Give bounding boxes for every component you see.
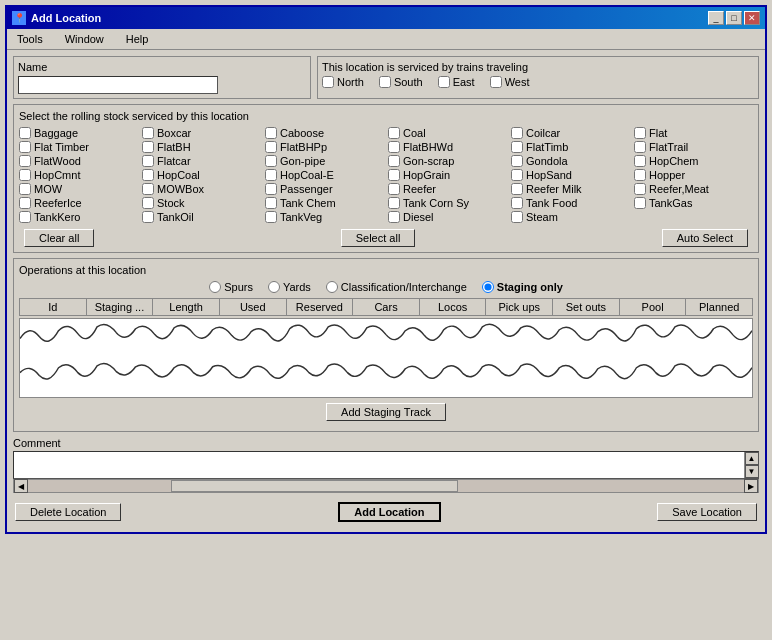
rs-checkbox-27[interactable] — [388, 183, 400, 195]
rs-checkbox-22[interactable] — [511, 169, 523, 181]
menu-tools[interactable]: Tools — [11, 31, 49, 47]
rs-item-flatcar[interactable]: Flatcar — [142, 155, 261, 167]
rs-checkbox-24[interactable] — [19, 183, 31, 195]
classification-radio[interactable] — [326, 281, 338, 293]
rs-item-steam[interactable]: Steam — [511, 211, 630, 223]
rs-checkbox-34[interactable] — [511, 197, 523, 209]
rs-item-flatbhwd[interactable]: FlatBHWd — [388, 141, 507, 153]
clear-all-button[interactable]: Clear all — [24, 229, 94, 247]
rs-item-tankgas[interactable]: TankGas — [634, 197, 753, 209]
rs-checkbox-25[interactable] — [142, 183, 154, 195]
rs-checkbox-31[interactable] — [142, 197, 154, 209]
rs-checkbox-4[interactable] — [511, 127, 523, 139]
rs-item-diesel[interactable]: Diesel — [388, 211, 507, 223]
save-location-button[interactable]: Save Location — [657, 503, 757, 521]
direction-north[interactable]: North — [322, 76, 364, 88]
east-checkbox[interactable] — [438, 76, 450, 88]
h-scroll-thumb[interactable] — [171, 480, 457, 492]
direction-south[interactable]: South — [379, 76, 423, 88]
rs-checkbox-12[interactable] — [19, 155, 31, 167]
rs-item-hopper[interactable]: Hopper — [634, 169, 753, 181]
scroll-left-arrow[interactable]: ◀ — [14, 479, 28, 493]
menu-help[interactable]: Help — [120, 31, 155, 47]
rs-checkbox-20[interactable] — [265, 169, 277, 181]
rs-checkbox-26[interactable] — [265, 183, 277, 195]
rs-checkbox-17[interactable] — [634, 155, 646, 167]
rs-item-hopgrain[interactable]: HopGrain — [388, 169, 507, 181]
rs-item-tankoil[interactable]: TankOil — [142, 211, 261, 223]
delete-location-button[interactable]: Delete Location — [15, 503, 121, 521]
select-all-button[interactable]: Select all — [341, 229, 416, 247]
scroll-up-arrow[interactable]: ▲ — [745, 452, 759, 465]
auto-select-button[interactable]: Auto Select — [662, 229, 748, 247]
rs-item-flattimb[interactable]: FlatTimb — [511, 141, 630, 153]
comment-textarea[interactable] — [14, 452, 744, 478]
rs-checkbox-11[interactable] — [634, 141, 646, 153]
rs-item-boxcar[interactable]: Boxcar — [142, 127, 261, 139]
rs-checkbox-10[interactable] — [511, 141, 523, 153]
rs-item-passenger[interactable]: Passenger — [265, 183, 384, 195]
rs-item-hopcoal[interactable]: HopCoal — [142, 169, 261, 181]
rs-item-flattrail[interactable]: FlatTrail — [634, 141, 753, 153]
rs-checkbox-40[interactable] — [511, 211, 523, 223]
rs-item-flat[interactable]: Flat — [634, 127, 753, 139]
add-location-button[interactable]: Add Location — [338, 502, 440, 522]
rs-item-tank-corn-sy[interactable]: Tank Corn Sy — [388, 197, 507, 209]
rs-checkbox-2[interactable] — [265, 127, 277, 139]
rs-checkbox-37[interactable] — [142, 211, 154, 223]
rs-item-tankkero[interactable]: TankKero — [19, 211, 138, 223]
rs-item-stock[interactable]: Stock — [142, 197, 261, 209]
op-spurs[interactable]: Spurs — [209, 281, 253, 293]
rs-checkbox-33[interactable] — [388, 197, 400, 209]
rs-checkbox-8[interactable] — [265, 141, 277, 153]
north-checkbox[interactable] — [322, 76, 334, 88]
menu-window[interactable]: Window — [59, 31, 110, 47]
op-classification[interactable]: Classification/Interchange — [326, 281, 467, 293]
op-staging[interactable]: Staging only — [482, 281, 563, 293]
south-checkbox[interactable] — [379, 76, 391, 88]
rs-item-hopsand[interactable]: HopSand — [511, 169, 630, 181]
rs-checkbox-18[interactable] — [19, 169, 31, 181]
rs-checkbox-29[interactable] — [634, 183, 646, 195]
rs-checkbox-38[interactable] — [265, 211, 277, 223]
rs-checkbox-7[interactable] — [142, 141, 154, 153]
rs-checkbox-23[interactable] — [634, 169, 646, 181]
add-staging-track-button[interactable]: Add Staging Track — [326, 403, 446, 421]
rs-item-reefer-meat[interactable]: Reefer,Meat — [634, 183, 753, 195]
comment-scrollbar-h[interactable]: ◀ ▶ — [13, 479, 759, 493]
name-input[interactable] — [18, 76, 218, 94]
rs-checkbox-36[interactable] — [19, 211, 31, 223]
rs-item-flatbhpp[interactable]: FlatBHPp — [265, 141, 384, 153]
rs-checkbox-16[interactable] — [511, 155, 523, 167]
rs-item-caboose[interactable]: Caboose — [265, 127, 384, 139]
rs-item-hopcmnt[interactable]: HopCmnt — [19, 169, 138, 181]
rs-checkbox-14[interactable] — [265, 155, 277, 167]
rs-item-mow[interactable]: MOW — [19, 183, 138, 195]
rs-checkbox-13[interactable] — [142, 155, 154, 167]
minimize-button[interactable]: _ — [708, 11, 724, 25]
rs-item-flatbh[interactable]: FlatBH — [142, 141, 261, 153]
rs-checkbox-5[interactable] — [634, 127, 646, 139]
rs-checkbox-15[interactable] — [388, 155, 400, 167]
yards-radio[interactable] — [268, 281, 280, 293]
rs-checkbox-19[interactable] — [142, 169, 154, 181]
rs-item-reeferice[interactable]: ReeferIce — [19, 197, 138, 209]
spurs-radio[interactable] — [209, 281, 221, 293]
rs-checkbox-9[interactable] — [388, 141, 400, 153]
rs-item-coal[interactable]: Coal — [388, 127, 507, 139]
direction-west[interactable]: West — [490, 76, 530, 88]
rs-checkbox-32[interactable] — [265, 197, 277, 209]
rs-checkbox-35[interactable] — [634, 197, 646, 209]
west-checkbox[interactable] — [490, 76, 502, 88]
rs-item-gondola[interactable]: Gondola — [511, 155, 630, 167]
rs-item-flatwood[interactable]: FlatWood — [19, 155, 138, 167]
close-button[interactable]: ✕ — [744, 11, 760, 25]
rs-checkbox-1[interactable] — [142, 127, 154, 139]
rs-item-tank-food[interactable]: Tank Food — [511, 197, 630, 209]
rs-checkbox-21[interactable] — [388, 169, 400, 181]
rs-item-flat-timber[interactable]: Flat Timber — [19, 141, 138, 153]
staging-radio[interactable] — [482, 281, 494, 293]
rs-checkbox-0[interactable] — [19, 127, 31, 139]
comment-scrollbar-v[interactable]: ▲ ▼ — [744, 452, 758, 478]
rs-item-reefer-milk[interactable]: Reefer Milk — [511, 183, 630, 195]
